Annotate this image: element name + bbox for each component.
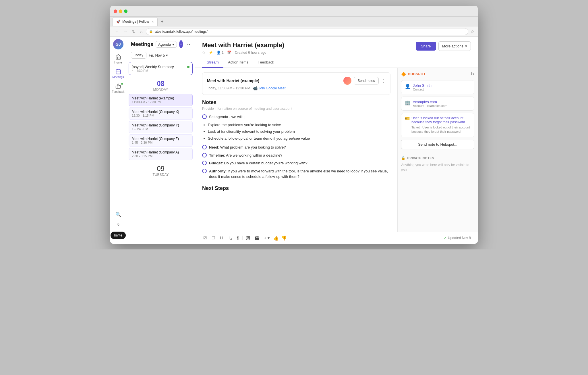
ticket-title[interactable]: User is locked out of their account beca… (411, 116, 471, 124)
more-actions-button[interactable]: More actions ▾ (438, 41, 471, 51)
private-notes-section: 🔒 PRIVATE NOTES Anything you write here … (401, 156, 474, 173)
account-domain[interactable]: examples.com (413, 100, 471, 104)
maximize-window-button[interactable] (124, 9, 127, 13)
sidebar-item-meetings[interactable]: Meetings (110, 66, 126, 81)
invite-button[interactable]: Invite (111, 232, 126, 239)
sidebar-item-home[interactable]: Home (110, 52, 126, 66)
sidebar-title: Meetings (131, 41, 153, 47)
tab-stream[interactable]: Stream (202, 57, 223, 68)
join-google-meet-link[interactable]: 📹 Join Google Meet (253, 86, 286, 91)
main-content: Meet with Harriet (example) ☆ ⚡ 👤 1 📅 Cr… (195, 37, 478, 244)
close-window-button[interactable] (114, 9, 117, 13)
meeting-time-3: 1:45 - 2:30 PM (132, 141, 189, 144)
meeting-item-1[interactable]: Meet with Harriet (Company X) 12:30 - 1:… (129, 107, 193, 120)
icon-sidebar: GJ Home Meetings (110, 37, 126, 244)
notes-section: Notes Provide information on source of m… (202, 99, 390, 180)
ticket-description: Ticket · User is locked out of their acc… (411, 125, 471, 134)
contact-label: Contact (413, 88, 471, 91)
notes-subtitle: Provide information on source of meeting… (202, 107, 390, 111)
checkmark-icon[interactable]: ☑ (202, 234, 208, 241)
weekly-summary-item[interactable]: [async] Weekly Summary 4 - 4:30 PM (129, 62, 193, 75)
sidebar-more-button[interactable]: ⋯ (185, 41, 190, 47)
tab-close-button[interactable]: × (152, 20, 154, 23)
bullet-item-0: Explore the problems you're looking to s… (208, 122, 390, 128)
today-button[interactable]: Today (131, 52, 146, 59)
send-notes-button[interactable]: Send notes (354, 77, 379, 84)
private-notes-placeholder[interactable]: Anything you write here will only be vis… (401, 162, 474, 173)
sidebar-scroll[interactable]: [async] Weekly Summary 4 - 4:30 PM 08 Mo… (126, 61, 195, 244)
heading-icon[interactable]: H (219, 234, 224, 241)
hubspot-header: 🔶 HUBSPOT ↻ (401, 71, 474, 77)
home-button[interactable]: ⌂ (139, 28, 144, 35)
address-text: atestteamtalk.fellow.app/meetings/ (155, 30, 207, 34)
home-label: Home (114, 61, 122, 64)
meeting-item-2[interactable]: Meet with Harriet (Company Y) 1 - 1:45 P… (129, 121, 193, 133)
tab-feedback[interactable]: Feedback (253, 57, 278, 68)
day-header-tuesday: 09 Tuesday (126, 161, 195, 178)
video-icon[interactable]: 🎬 (254, 234, 261, 241)
forward-button[interactable]: → (122, 28, 129, 35)
thumbs-up-button[interactable]: 👍 (273, 235, 279, 241)
card-more-button[interactable]: ⋮ (381, 78, 386, 84)
address-bar[interactable]: 🔒 atestteamtalk.fellow.app/meetings/ (146, 28, 468, 35)
bookmark-icon[interactable]: ☆ (471, 29, 474, 34)
meeting-card-title: Meet with Harriet (example) (207, 78, 259, 83)
meeting-item-0[interactable]: Meet with Harriet (example) 11:30 AM - 1… (129, 94, 193, 106)
add-meeting-button[interactable]: + (179, 40, 183, 48)
reload-button[interactable]: ↻ (131, 28, 137, 35)
meetings-label: Meetings (112, 76, 124, 79)
image-icon[interactable]: 🖼 (245, 234, 251, 241)
hubspot-ticket-item: 🎫 User is locked out of their account be… (401, 113, 474, 137)
heading2-icon[interactable]: H₂ (226, 234, 233, 241)
notes-area[interactable]: Meet with Harriet (example) Send notes ⋮… (195, 68, 397, 232)
toolbar-divider (242, 236, 243, 240)
paragraph-icon[interactable]: ¶ (235, 234, 240, 241)
date-display[interactable]: Fri, Nov 5 ▾ (149, 53, 168, 57)
checkbox-icon[interactable]: ☐ (210, 234, 216, 241)
feedback-buttons: 👍 👎 (273, 235, 287, 241)
contact-name[interactable]: John Smith (413, 83, 471, 88)
back-button[interactable]: ← (114, 28, 120, 35)
thumbs-down-button[interactable]: 👎 (281, 235, 287, 241)
meeting-title-3: Meet with Harriet (Company Z) (132, 137, 189, 141)
help-button[interactable]: ? (115, 221, 122, 230)
contact-icon: 👤 (405, 84, 411, 89)
next-steps-title: Next Steps (202, 185, 390, 191)
day-header-monday: 08 Monday (126, 76, 195, 93)
refresh-button[interactable]: ↻ (471, 71, 474, 77)
star-icon[interactable]: ☆ (202, 51, 205, 55)
meeting-item-4[interactable]: Meet with Harriet (Company A) 2:30 - 3:1… (129, 148, 193, 160)
day-name-monday: Monday (126, 88, 195, 92)
account-icon: 🏢 (405, 100, 411, 105)
search-button[interactable]: 🔍 (113, 209, 123, 220)
lock-icon: 🔒 (401, 156, 406, 160)
todo-authority: Authority: If you were to move forward w… (202, 168, 390, 180)
lightning-icon[interactable]: ⚡ (209, 51, 213, 55)
meeting-item-3[interactable]: Meet with Harriet (Company Z) 1:45 - 2:3… (129, 134, 193, 147)
todo-timeline: Timeline: Are we working within a deadli… (202, 153, 390, 158)
account-label: Account · examples.com (413, 104, 471, 107)
content-tabs: Stream Action Items Feedback (195, 57, 478, 68)
sidebar-item-feedback[interactable]: Feedback (110, 81, 126, 96)
tab-action-items[interactable]: Action Items (223, 57, 253, 68)
bullet-item-1: Look at functionality relevant to solvin… (208, 129, 390, 134)
share-button[interactable]: Share (416, 42, 436, 51)
hubspot-icon: 🔶 (401, 72, 406, 76)
meeting-time-4: 2:30 - 3:15 PM (132, 154, 189, 158)
browser-tab[interactable]: 🚀 Meetings | Fellow × (113, 17, 158, 26)
sidebar-date-nav: Today Fri, Nov 5 ▾ (126, 51, 195, 61)
plus-more-icon[interactable]: + ▾ (263, 234, 271, 241)
calendar-icon: 📅 (227, 51, 231, 55)
agenda-dropdown[interactable]: Agenda ▾ (156, 41, 177, 48)
new-tab-button[interactable]: + (159, 18, 166, 25)
meeting-time-2: 1 - 1:45 PM (132, 127, 189, 131)
avatar-button[interactable]: GJ (113, 39, 123, 49)
ticket-icon: 🎫 (405, 116, 410, 121)
meeting-title-2: Meet with Harriet (Company Y) (132, 123, 189, 127)
day-name-tuesday: Tuesday (126, 173, 195, 177)
live-dot (187, 66, 189, 68)
send-note-hubspot-button[interactable]: Send note to Hubspot... (401, 140, 474, 149)
minimize-window-button[interactable] (119, 9, 122, 13)
lock-icon: 🔒 (149, 30, 153, 33)
meeting-title-4: Meet with Harriet (Company A) (132, 150, 189, 154)
